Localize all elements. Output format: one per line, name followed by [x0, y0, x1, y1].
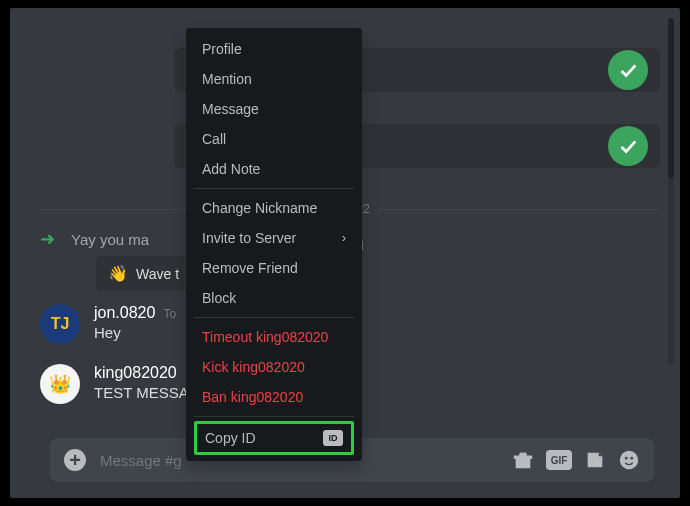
gift-icon[interactable]: [512, 449, 534, 471]
system-join-message: ➜ Yay you ma 0 PM: [40, 228, 149, 250]
wave-button[interactable]: 👋 Wave t: [96, 256, 191, 291]
svg-point-0: [620, 451, 638, 469]
menu-copy-id[interactable]: Copy ID ID: [194, 421, 354, 455]
message-username[interactable]: jon.0820: [94, 304, 155, 322]
menu-separator: [194, 317, 354, 318]
join-arrow-icon: ➜: [40, 228, 55, 250]
scrollbar-thumb[interactable]: [668, 18, 674, 178]
menu-remove-friend[interactable]: Remove Friend: [194, 253, 354, 283]
avatar[interactable]: 👑: [40, 364, 80, 404]
sticker-icon[interactable]: [584, 449, 606, 471]
menu-block[interactable]: Block: [194, 283, 354, 313]
menu-invite-to-server[interactable]: Invite to Server ›: [194, 223, 354, 253]
menu-mention[interactable]: Mention: [194, 64, 354, 94]
menu-separator: [194, 416, 354, 417]
menu-change-nickname[interactable]: Change Nickname: [194, 193, 354, 223]
chevron-right-icon: ›: [342, 231, 346, 245]
message-username[interactable]: king082020: [94, 364, 177, 382]
menu-profile[interactable]: Profile: [194, 34, 354, 64]
svg-point-1: [625, 457, 628, 460]
avatar[interactable]: TJ: [40, 304, 80, 344]
gif-icon[interactable]: GIF: [546, 450, 572, 470]
svg-point-2: [630, 457, 633, 460]
menu-separator: [194, 188, 354, 189]
message-text: Hey: [94, 324, 176, 341]
menu-call[interactable]: Call: [194, 124, 354, 154]
scrollbar[interactable]: [668, 18, 674, 364]
wave-label: Wave t: [136, 266, 179, 282]
checkmark-icon: [608, 50, 648, 90]
emoji-icon[interactable]: [618, 449, 640, 471]
attach-button[interactable]: +: [64, 449, 86, 471]
chat-window: with an icon e 4, 2022 ➜ Yay you ma 0 PM…: [10, 8, 680, 498]
message-row: 👑 king082020 TEST MESSA: [40, 364, 189, 404]
menu-kick[interactable]: Kick king082020: [194, 352, 354, 382]
message-timestamp: To: [163, 307, 176, 321]
user-context-menu: Profile Mention Message Call Add Note Ch…: [186, 28, 362, 461]
menu-message[interactable]: Message: [194, 94, 354, 124]
menu-timeout[interactable]: Timeout king082020: [194, 322, 354, 352]
system-message-text: Yay you ma: [71, 231, 149, 248]
menu-add-note[interactable]: Add Note: [194, 154, 354, 184]
menu-ban[interactable]: Ban king082020: [194, 382, 354, 412]
wave-icon: 👋: [108, 264, 128, 283]
checkmark-icon: [608, 126, 648, 166]
message-text: TEST MESSA: [94, 384, 189, 401]
id-icon: ID: [323, 430, 343, 446]
message-row: TJ jon.0820 To Hey: [40, 304, 176, 344]
